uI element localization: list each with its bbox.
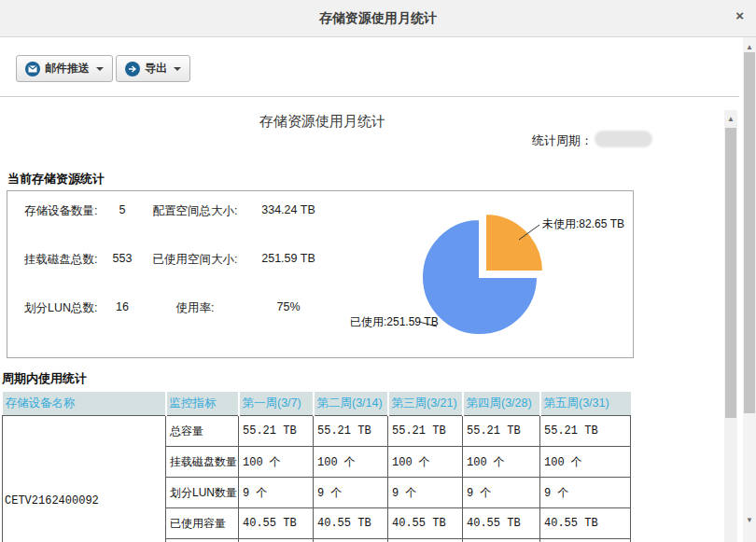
value-cell: 9 个 [239, 478, 314, 508]
stat-row: 划分LUN总数:16使用率:75% [7, 300, 633, 315]
content-scrollbar[interactable]: ▲ [724, 110, 737, 542]
stat-label: 配置空间总大小: [144, 203, 246, 219]
column-header: 监控指标 [166, 392, 239, 416]
mail-icon [25, 62, 40, 76]
metric-cell: 划分LUN数量 [166, 478, 239, 508]
metric-cell: 挂载磁盘数量 [166, 447, 239, 478]
value-cell: 9 个 [463, 478, 540, 508]
value-cell: 55.21 TB [388, 416, 463, 447]
value-cell: 40.55 TB [314, 508, 388, 539]
mail-push-label: 邮件推送 [45, 61, 90, 76]
export-arrow-icon [125, 62, 140, 76]
content-scrollbar-thumb[interactable] [725, 128, 736, 418]
chevron-down-icon [174, 67, 181, 71]
value-cell: 55.21 TB [463, 416, 540, 447]
value-cell: 40.55 TB [388, 508, 463, 539]
period-label: 统计周期： [532, 132, 593, 149]
stat-value: 553 [101, 252, 144, 265]
stat-label: 已使用空间大小: [144, 252, 246, 268]
value-cell: 9 个 [540, 478, 631, 508]
current-stats-box: 存储设备数量:5配置空间总大小:334.24 TB挂载磁盘总数:553已使用空间… [7, 190, 634, 358]
period-value-redacted [595, 131, 652, 147]
scroll-down-icon[interactable]: ▼ [743, 513, 756, 526]
column-header: 存储设备名称 [3, 392, 166, 416]
close-icon[interactable]: × [735, 8, 744, 22]
stat-row: 存储设备数量:5配置空间总大小:334.24 TB [7, 203, 633, 218]
column-header: 第一周(3/7) [239, 392, 314, 416]
value-cell: 55.21 TB [540, 416, 631, 447]
column-header: 第五周(3/31) [540, 392, 631, 416]
stat-row: 挂载磁盘总数:553已使用空间大小:251.59 TB [7, 252, 633, 267]
stat-value: 75% [242, 300, 335, 313]
value-cell: 100 个 [463, 447, 540, 478]
toolbar-separator [0, 96, 739, 97]
column-header: 第四周(3/28) [463, 392, 540, 416]
value-cell: 100 个 [540, 447, 631, 478]
pie-label-used: 已使用:251.59 TB [350, 314, 439, 330]
value-cell: 40.55 TB [463, 508, 540, 539]
stat-label: 使用率: [144, 300, 246, 316]
stat-value: 334.24 TB [242, 203, 335, 216]
metric-cell: 已使用容量 [166, 508, 239, 539]
dialog-scrollbar[interactable]: ▲ ▼ [743, 37, 756, 542]
empty-cell [540, 539, 631, 542]
empty-cell [463, 539, 540, 542]
value-cell: 9 个 [388, 478, 463, 508]
period-stats-heading: 周期内使用统计 [2, 370, 87, 387]
chevron-down-icon [96, 67, 104, 71]
table-row: CETV2162400092总容量55.21 TB55.21 TB55.21 T… [3, 416, 631, 447]
value-cell: 100 个 [239, 447, 314, 478]
stat-value: 251.59 TB [242, 252, 335, 265]
value-cell: 100 个 [314, 447, 388, 478]
empty-cell [166, 539, 239, 542]
stat-value: 5 [101, 203, 144, 216]
empty-cell [314, 539, 388, 542]
stat-value: 16 [101, 300, 144, 313]
scroll-up-icon[interactable]: ▲ [724, 112, 737, 125]
table-header-row: 存储设备名称监控指标第一周(3/7)第二周(3/14)第三周(3/21)第四周(… [3, 392, 631, 416]
column-header: 第二周(3/14) [314, 392, 388, 416]
value-cell: 55.21 TB [314, 416, 388, 447]
dialog-title: 存储资源使用月统计 [0, 10, 756, 27]
column-header: 第三周(3/21) [388, 392, 463, 416]
dialog-titlebar: 存储资源使用月统计 × [0, 0, 756, 37]
pie-label-unused: 未使用:82.65 TB [542, 216, 624, 232]
empty-cell [239, 539, 314, 542]
current-stats-heading: 当前存储资源统计 [7, 171, 105, 188]
value-cell: 40.55 TB [239, 508, 314, 539]
mail-push-button[interactable]: 邮件推送 [16, 55, 113, 82]
metric-cell: 总容量 [166, 416, 239, 447]
period-stats-table: 存储设备名称监控指标第一周(3/7)第二周(3/14)第三周(3/21)第四周(… [2, 392, 631, 542]
value-cell: 55.21 TB [239, 416, 314, 447]
dialog-scrollbar-thumb[interactable] [744, 52, 755, 413]
report-title: 存储资源使用月统计 [259, 113, 385, 131]
value-cell: 40.55 TB [540, 508, 631, 539]
value-cell: 100 个 [388, 447, 463, 478]
value-cell: 9 个 [314, 478, 388, 508]
empty-cell [388, 539, 463, 542]
export-button[interactable]: 导出 [116, 55, 190, 82]
device-name-cell: CETV2162400092 [3, 416, 166, 542]
scroll-up-icon[interactable]: ▲ [743, 40, 756, 53]
export-label: 导出 [145, 61, 167, 76]
